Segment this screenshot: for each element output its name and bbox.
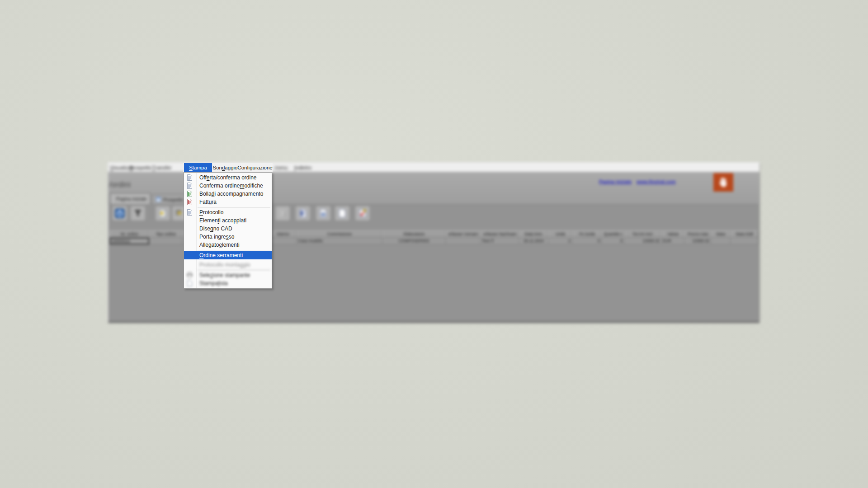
menu-item-disegno-cad[interactable]: Disegno CAD [184,225,272,233]
blank-document-button[interactable] [335,206,349,220]
menu-sondaggio[interactable]: Sondaggio [212,163,238,172]
print-preview-button[interactable] [276,206,289,220]
column-header-nr-ordine[interactable]: Nr. ordine [110,230,149,238]
printer-icon [187,272,193,278]
menu-item-selezione-stampante[interactable]: Selezione stampante [184,271,272,279]
document-table-icon [318,208,328,218]
cell-stato-edil[interactable] [731,238,758,244]
document-green-icon [187,191,193,197]
column-header-data-imm[interactable]: Data imm. [519,230,548,238]
tab-label: Prospetto [163,197,184,202]
table-cell[interactable] [149,238,183,244]
cell-valuta[interactable]: EUR [661,238,684,244]
column-header-stato-edil[interactable]: Stato Edil [731,230,758,238]
column-header-erfasser-vorname[interactable]: erfasser Vornam [446,230,481,238]
page-title: /ordini [109,180,131,189]
menu-transfer[interactable]: Transfer [151,163,172,172]
column-header-stato[interactable]: Stato [711,230,731,238]
menu-item-protocollo-montaggio: Protocollo montaggio [184,261,272,269]
menu-prospetto[interactable]: Prospetto [130,163,151,172]
menu-bar-focused-segment: Stampa Sondaggio Configurazione [183,163,273,172]
menu-menu[interactable]: menu [274,163,289,172]
column-header-prezzo-totale[interactable]: Prezzo tota [684,230,711,238]
column-header-valuta[interactable]: Valuta [661,230,684,238]
cell-prezzo-totale[interactable]: 13358.32 [684,238,711,244]
menu-item-bolla-di-accompagnamento[interactable]: Bolla di accompagnamento [184,190,272,198]
menu-stampa[interactable]: Stampa [184,163,212,172]
finstral-logo [713,173,733,192]
menu-item-allegato-elementi[interactable]: Allegato elementi [184,241,272,249]
menu-item-stampa-lista[interactable]: Stampa lista [184,279,272,287]
filter-icon [133,208,143,218]
column-header-interno[interactable]: interno [269,230,297,238]
document-blue-icon [187,174,193,181]
cell-pz-unita[interactable]: 9 [572,238,602,244]
prospetto-tab-icon [156,197,161,202]
cell-stato[interactable] [711,238,731,244]
column-header-quantita[interactable]: Quantità c [602,230,624,238]
document-red-icon [187,199,193,205]
finstral-website-link[interactable]: www.finstral.com [637,179,676,184]
cell-data-imm[interactable]: 25.11.2024 [519,238,548,244]
toolbar-separator [151,207,151,219]
menu-item-elementi-accoppiati[interactable]: Elementi accoppiati [184,216,272,225]
tab-label: Pagina iniziale [116,196,147,202]
tab-pagina-iniziale[interactable]: Pagina iniziale [110,193,151,204]
cell-commissione[interactable]: Casa modello [297,238,382,244]
protocol-document-button[interactable] [296,206,310,220]
verify-document-button[interactable] [356,206,369,220]
hand-icon [719,177,728,188]
column-header-commissione[interactable]: Commissione [297,230,382,238]
menu-item-fattura[interactable]: Fattura [184,198,272,206]
home-link[interactable]: Pagina iniziale [599,179,632,184]
menu-item-ordine-serramenti[interactable]: Ordine serramenti [184,251,272,259]
column-header-tot-iva[interactable]: Tot.IVA incl. [624,230,661,238]
verify-document-icon [358,208,368,218]
column-header-pz-unita[interactable]: Pz./unità [572,230,602,238]
application-window: Visualizza Prospetto Transfer menu Indie… [108,163,760,322]
menu-indietro[interactable]: Indietro [292,163,313,172]
print-preview-icon [278,208,288,218]
toolbar-separator [292,207,293,219]
column-header-erfasser-nachname[interactable]: erfasser Nachnam [481,230,519,238]
menu-item-offerta-conferma-ordine[interactable]: Offerta/conferma ordine [184,174,272,182]
cell-quantita[interactable]: 5 [602,238,624,244]
column-header-elaboratore[interactable]: Elaboratore [382,230,446,238]
blank-document-icon [337,208,347,218]
cell-unita[interactable]: 2 [548,238,572,244]
dropdown-blurred-section: Protocollo montaggio Selezione stampante… [184,259,272,288]
document-table-button[interactable] [316,206,330,220]
power-icon [115,208,125,218]
document-blue-icon [187,209,193,216]
document-plain-icon [187,280,193,286]
table-cell[interactable] [269,238,297,244]
column-header-unita[interactable]: Unità [548,230,572,238]
document-blue-icon [187,183,193,189]
new-document-star-icon [158,208,168,218]
menu-item-protocollo[interactable]: Protocollo [184,208,272,216]
cell-tot-iva[interactable]: 13358.32 [624,238,661,244]
add-list-star-icon [175,208,184,218]
column-header-tipo-ordine[interactable]: Tipo ordine [149,230,183,238]
protocol-document-icon [298,208,308,218]
toolbar-separator [352,207,353,219]
cell-erfasser-nachname[interactable]: Test IT [481,238,519,244]
table-cell[interactable] [446,238,481,244]
stampa-dropdown-menu: Offerta/conferma ordine Conferma ordine … [184,172,272,289]
menu-item-porta-ingresso[interactable]: Porta ingresso [184,233,272,241]
window-bottom-edge [108,322,760,323]
menu-item-conferma-ordine-modifiche[interactable]: Conferma ordine modifiche [184,182,272,190]
cell-elaboratore[interactable]: COMPOSER003 [382,238,446,244]
new-document-button[interactable] [156,206,170,220]
cell-nr-ordine-selected[interactable]: 20000022 [110,238,149,244]
menu-configurazione[interactable]: Configurazione [238,163,272,172]
power-button[interactable] [113,206,127,220]
filter-button[interactable] [131,206,145,220]
